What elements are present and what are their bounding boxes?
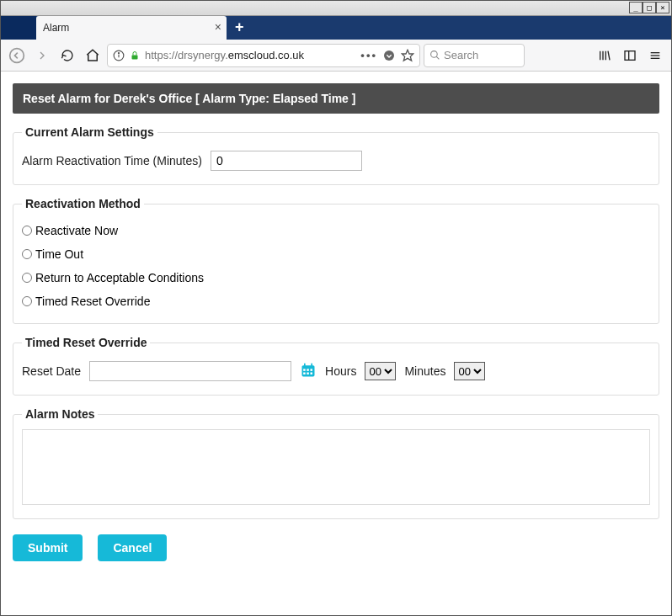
radio-timed-override-label: Timed Reset Override xyxy=(35,295,150,308)
reactivation-time-input[interactable] xyxy=(211,151,362,171)
reset-date-label: Reset Date xyxy=(22,364,81,378)
alarm-notes-textarea[interactable] xyxy=(22,429,650,505)
svg-rect-4 xyxy=(132,55,138,59)
timed-reset-legend: Timed Reset Override xyxy=(22,336,150,349)
submit-button[interactable]: Submit xyxy=(13,534,83,561)
current-alarm-legend: Current Alarm Settings xyxy=(22,125,157,139)
svg-line-8 xyxy=(436,56,439,59)
radio-timed-override[interactable] xyxy=(22,296,32,306)
url-bar[interactable]: https://drsynergy.emscloud.co.uk ••• xyxy=(107,44,420,67)
reset-date-input[interactable] xyxy=(89,361,291,381)
tab-leading-spacer xyxy=(1,16,36,40)
minutes-select[interactable]: 00 xyxy=(454,362,485,380)
svg-marker-6 xyxy=(402,50,413,61)
svg-rect-19 xyxy=(303,369,306,371)
reactivation-time-label: Alarm Reactivation Time (Minutes) xyxy=(22,154,202,167)
window-titlebar: _ □ × xyxy=(1,1,671,16)
radio-return-conditions[interactable] xyxy=(22,273,32,283)
window-minimize-button[interactable]: _ xyxy=(629,2,643,13)
page-actions-icon[interactable]: ••• xyxy=(360,49,377,61)
radio-return-conditions-label: Return to Acceptable Conditions xyxy=(35,271,204,284)
svg-rect-20 xyxy=(307,369,309,371)
minutes-label: Minutes xyxy=(404,364,445,378)
cancel-button[interactable]: Cancel xyxy=(98,534,167,561)
hours-label: Hours xyxy=(325,364,356,378)
reactivation-method-legend: Reactivation Method xyxy=(22,197,144,210)
new-tab-button[interactable]: + xyxy=(235,19,244,36)
url-text: https://drsynergy.emscloud.co.uk xyxy=(145,49,355,61)
reload-button[interactable] xyxy=(56,45,78,66)
reactivation-method-panel: Reactivation Method Reactivate Now Time … xyxy=(13,197,659,324)
svg-point-0 xyxy=(10,48,24,62)
forward-button[interactable] xyxy=(31,45,53,66)
back-button[interactable] xyxy=(6,45,28,66)
radio-timeout[interactable] xyxy=(22,249,32,259)
search-placeholder: Search xyxy=(444,49,478,61)
svg-rect-21 xyxy=(311,369,313,371)
bookmark-star-icon[interactable] xyxy=(401,49,414,62)
tab-close-icon[interactable]: × xyxy=(215,20,221,34)
radio-reactivate-now[interactable] xyxy=(22,226,32,236)
timed-reset-override-panel: Timed Reset Override Reset Date Hours 00… xyxy=(13,336,659,396)
search-bar[interactable]: Search xyxy=(424,44,525,67)
svg-point-5 xyxy=(384,50,394,61)
browser-tab-title: Alarm xyxy=(43,22,69,34)
radio-timeout-label: Time Out xyxy=(35,247,83,261)
page-title: Reset Alarm for Derek's Office [ Alarm T… xyxy=(13,83,659,114)
radio-reactivate-now-label: Reactivate Now xyxy=(35,224,118,237)
lock-icon xyxy=(130,50,140,61)
calendar-icon[interactable] xyxy=(300,362,317,381)
page-content: Reset Alarm for Derek's Office [ Alarm T… xyxy=(1,72,671,573)
browser-toolbar: https://drsynergy.emscloud.co.uk ••• Sea… xyxy=(1,40,671,72)
library-icon[interactable] xyxy=(594,45,616,66)
browser-tab-active[interactable]: Alarm × xyxy=(36,16,227,40)
home-button[interactable] xyxy=(82,45,104,66)
hours-select[interactable]: 00 xyxy=(365,362,396,380)
menu-icon[interactable] xyxy=(644,45,666,66)
info-icon xyxy=(113,50,125,61)
alarm-notes-panel: Alarm Notes xyxy=(13,407,659,519)
pocket-icon[interactable] xyxy=(382,49,396,62)
current-alarm-settings-panel: Current Alarm Settings Alarm Reactivatio… xyxy=(13,125,659,185)
svg-rect-13 xyxy=(625,50,635,60)
svg-line-12 xyxy=(608,50,610,60)
sidebar-icon[interactable] xyxy=(619,45,641,66)
svg-rect-22 xyxy=(303,372,306,374)
search-icon xyxy=(429,50,440,61)
svg-rect-23 xyxy=(307,372,309,374)
svg-rect-24 xyxy=(311,372,313,374)
browser-tab-strip: Alarm × + xyxy=(1,16,671,40)
svg-point-3 xyxy=(118,52,119,53)
svg-point-7 xyxy=(431,51,438,58)
window-close-button[interactable]: × xyxy=(656,2,669,13)
window-maximize-button[interactable]: □ xyxy=(643,2,656,13)
alarm-notes-legend: Alarm Notes xyxy=(22,407,98,421)
